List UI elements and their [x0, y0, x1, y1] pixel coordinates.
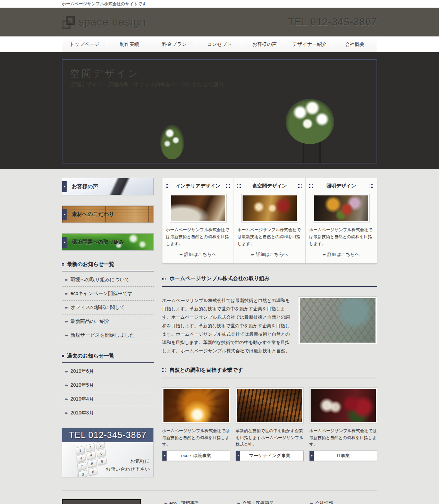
footer-link[interactable]: ▸▸eco・環境事業 — [164, 499, 227, 504]
card-text: 革新的な技術で世の中を動かす企業を目指しますホームページサンプル株式会社。 — [236, 428, 304, 451]
site-logo[interactable]: space design — [62, 16, 146, 28]
double-arrow-icon: ▸▸ — [164, 502, 167, 504]
lighting-detail-link[interactable]: ▸▸ 詳細はこちらへ — [309, 251, 373, 259]
interior-photo — [170, 194, 227, 222]
candle-photo — [162, 387, 230, 423]
keypad-key: 0 — [78, 470, 87, 477]
nav-item-top[interactable]: トップページ — [62, 36, 107, 52]
tel-banner-number: TEL 012-345-3867 — [62, 428, 153, 442]
tel-banner-photo: 1 2 3 4 5 6 7 8 9 0 # — [62, 442, 153, 477]
keypad-key: 5 — [86, 451, 96, 460]
wooden-interior-photo — [236, 387, 304, 423]
tel-banner-note: お気軽に お問い合わせ下さい — [105, 457, 150, 473]
main-navigation: トップページ 制作実績 料金プラン コンセプト お客様の声 デザイナー紹介 会社… — [0, 36, 439, 52]
double-arrow-icon: ▸▸ — [251, 253, 253, 256]
double-arrow-icon: ▸▸ — [65, 370, 67, 373]
design-services-box: インテリアデザイン ホームページサンプル株式会社では最新技術と自然との調和を目指… — [162, 178, 377, 263]
double-arrow-icon: ▸▸ — [65, 306, 67, 309]
news-link[interactable]: ▸▸オフィスの移転に関して — [62, 301, 154, 314]
dining-photo — [241, 194, 298, 222]
harmony-heading: 自然との調和を目指す企業です — [162, 367, 377, 378]
double-arrow-icon: ▸▸ — [65, 397, 67, 401]
nav-item-pricing[interactable]: 料金プラン — [152, 36, 197, 52]
double-arrow-icon: ▸▸ — [310, 502, 312, 504]
banner-arrow-tab-icon: ▸ — [62, 237, 67, 248]
grid-dots-icon — [237, 184, 241, 188]
news-link-label: オフィスの移転に関して — [70, 304, 125, 311]
news-link[interactable]: ▸▸新規サービスを開始しました — [62, 328, 154, 342]
logo-squares-icon — [62, 16, 74, 28]
news-link[interactable]: ▸▸ecoキャンペーン開催中です — [62, 287, 154, 301]
hero-image: 空間デザイン 店舗デザイン・店舗内装・オフィス内装をニーズに合わせて演出 — [62, 59, 377, 163]
banner-customer-voice[interactable]: ▸ お客様の声 — [62, 178, 154, 195]
design-col-interior: インテリアデザイン ホームページサンプル株式会社では最新技術と自然との調和を目指… — [162, 178, 234, 263]
archive-link[interactable]: ▸▸2010年5月 — [62, 378, 154, 392]
card-marketing: 革新的な技術で世の中を動かす企業を目指しますホームページサンプル株式会社。 ▸ … — [236, 387, 304, 461]
footer-links-col3: ▸▸会社情報 ▸▸お問い合わせ ▸▸サイトマップ — [310, 499, 373, 504]
grid-dots-icon — [166, 184, 170, 188]
keypad-key: 7 — [77, 462, 86, 470]
footer-link-label: 会社情報 — [315, 500, 333, 504]
grid-dots-icon — [162, 277, 166, 280]
banner-environment[interactable]: ▸ 環境問題への取り組み — [62, 233, 154, 251]
archive-news-block: 過去のお知らせ一覧 ▸▸2010年6月 ▸▸2010年5月 ▸▸2010年4月 … — [62, 353, 154, 420]
card-it: ホームページサンプル株式会社では最新技術と自然との調和を目指します。 ▸ IT事… — [309, 387, 377, 461]
archive-link-label: 2010年6月 — [70, 368, 94, 375]
hero-flower-large — [286, 99, 334, 144]
detail-link-label: 詳細はこちらへ — [328, 251, 360, 258]
button-arrow-tab-icon: ▸ — [236, 451, 240, 461]
archive-link[interactable]: ▸▸2010年3月 — [62, 406, 154, 420]
double-arrow-icon: ▸▸ — [237, 502, 239, 504]
design-col-text: ホームページサンプル株式会社では最新技術と自然との調和を目指します。 — [309, 227, 373, 247]
hero-section: 空間デザイン 店舗デザイン・店舗内装・オフィス内装をニーズに合わせて演出 — [0, 52, 439, 169]
it-business-button[interactable]: ▸ IT事業 — [309, 451, 377, 461]
button-arrow-tab-icon: ▸ — [310, 451, 314, 461]
dining-detail-link[interactable]: ▸▸ 詳細はこちらへ — [237, 251, 302, 259]
latest-news-heading: 最新のお知らせ一覧 — [62, 261, 154, 271]
double-arrow-icon: ▸▸ — [323, 253, 325, 256]
footer-link[interactable]: ▸▸介護・医療事業 — [237, 499, 300, 504]
latest-news-block: 最新のお知らせ一覧 ▸▸環境への取り組みについて ▸▸ecoキャンペーン開催中で… — [62, 261, 154, 342]
contact-tel-banner[interactable]: TEL 012-345-3867 1 2 3 4 5 6 7 8 9 — [62, 428, 154, 477]
banner-arrow-tab-icon: ▸ — [62, 181, 67, 192]
nav-item-designer[interactable]: デザイナー紹介 — [287, 36, 332, 52]
footer-link-label: eco・環境事業 — [169, 500, 199, 504]
heading-text: 過去のお知らせ一覧 — [67, 353, 114, 359]
footer-logo[interactable]: space design — [62, 499, 141, 504]
design-col-text: ホームページサンプル株式会社では最新技術と自然との調和を目指します。 — [237, 227, 302, 247]
heading-text: 最新のお知らせ一覧 — [67, 261, 114, 268]
detail-link-label: 詳細はこちらへ — [256, 251, 288, 258]
header-phone-number: TEL 012-345-3867 — [288, 16, 377, 28]
hero-subtitle: 店舗デザイン・店舗内装・オフィス内装をニーズに合わせて演出 — [71, 81, 223, 88]
footer: space design ▸▸eco・環境事業 ▸▸コンピュータ事業 ▸▸飲食店… — [62, 491, 377, 504]
top-strip: ホームページサンプル株式会社のサイトです — [0, 0, 439, 8]
phone-keypad: 1 2 3 4 5 6 7 8 9 0 # — [76, 442, 108, 477]
design-col-title: 食空間デザイン — [252, 183, 287, 189]
grid-dots-icon — [309, 184, 313, 188]
lighting-photo — [313, 194, 370, 222]
news-link-label: 環境への取り組みについて — [70, 277, 130, 283]
archive-link[interactable]: ▸▸2010年4月 — [62, 392, 154, 406]
archive-link[interactable]: ▸▸2010年6月 — [62, 364, 154, 378]
footer-link[interactable]: ▸▸会社情報 — [310, 499, 373, 504]
design-col-lighting: 照明デザイン ホームページサンプル株式会社では最新技術と自然との調和を目指します… — [305, 178, 377, 263]
design-col-dining: 食空間デザイン ホームページサンプル株式会社では最新技術と自然との調和を目指しま… — [234, 178, 305, 263]
eco-business-button[interactable]: ▸ eco・環境事業 — [162, 451, 230, 461]
news-link[interactable]: ▸▸環境への取り組みについて — [62, 273, 154, 287]
grid-dots-icon — [226, 184, 230, 188]
nav-item-concept[interactable]: コンセプト — [197, 36, 242, 52]
card-text: ホームページサンプル株式会社では最新技術と自然との調和を目指します。 — [309, 428, 377, 451]
nav-item-voice[interactable]: お客様の声 — [242, 36, 287, 52]
grid-dots-icon — [162, 368, 166, 372]
news-link[interactable]: ▸▸最新商品のご紹介 — [62, 314, 154, 328]
button-label: eco・環境事業 — [181, 453, 211, 458]
archive-link-label: 2010年5月 — [70, 382, 94, 388]
nav-item-company[interactable]: 会社概要 — [332, 36, 377, 52]
marketing-business-button[interactable]: ▸ マーケティング事業 — [236, 451, 304, 461]
banner-materials[interactable]: ▸ 素材へのこだわり — [62, 205, 154, 223]
keypad-key: # — [88, 467, 98, 476]
interior-detail-link[interactable]: ▸▸ 詳細はこちらへ — [166, 251, 230, 259]
nav-item-works[interactable]: 制作実績 — [107, 36, 152, 52]
business-cards: ホームページサンプル株式会社では最新技術と自然との調和を目指します。 ▸ eco… — [162, 387, 377, 461]
banner-arrow-tab-icon: ▸ — [62, 209, 67, 220]
